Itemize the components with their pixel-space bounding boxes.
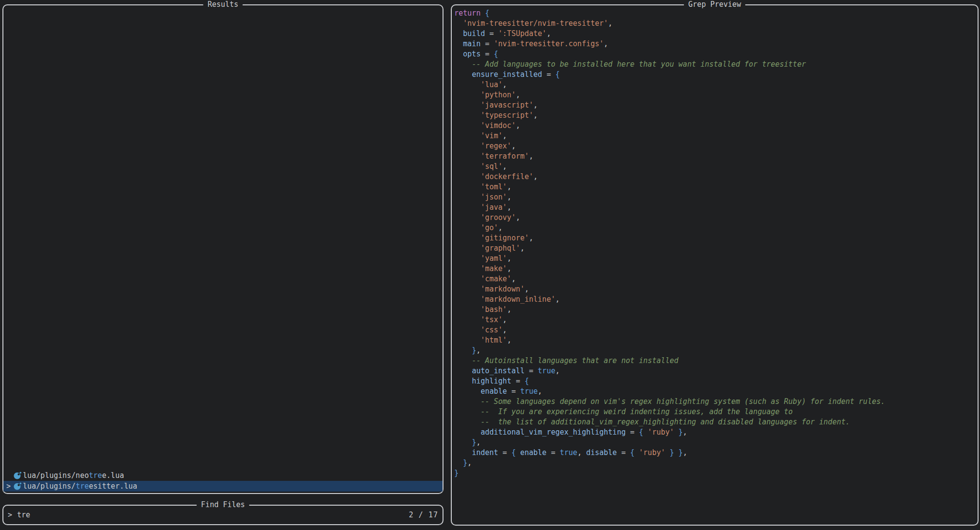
file-path: lua/plugins/neotree.lua bbox=[23, 471, 124, 480]
code-line: 'bash', bbox=[454, 305, 978, 315]
code-line: 'tsx', bbox=[454, 315, 978, 325]
result-row[interactable]: lua/plugins/neotree.lua bbox=[3, 470, 443, 481]
code-line: 'lua', bbox=[454, 80, 978, 90]
code-line: 'dockerfile', bbox=[454, 172, 978, 182]
results-list: lua/plugins/neotree.lua> lua/plugins/tre… bbox=[3, 470, 443, 492]
results-panel-title: Results bbox=[203, 0, 242, 9]
code-line: 'regex', bbox=[454, 141, 978, 151]
code-line: -- Add languages to be installed here th… bbox=[454, 59, 978, 70]
code-line: 'markdown_inline', bbox=[454, 294, 978, 305]
results-panel: Results lua/plugins/neotree.lua> lua/plu… bbox=[2, 4, 444, 494]
code-line: 'markdown', bbox=[454, 284, 978, 294]
prompt-panel: Find Files > tre 2 / 17 bbox=[2, 505, 444, 525]
code-line: 'cmake', bbox=[454, 274, 978, 284]
lua-icon bbox=[14, 482, 21, 490]
code-line: -- Some languages depend on vim's regex … bbox=[454, 397, 978, 407]
code-line: } bbox=[454, 468, 978, 478]
lua-icon bbox=[14, 472, 21, 479]
code-line: 'go', bbox=[454, 223, 978, 233]
prompt-prefix-icon: > bbox=[8, 511, 12, 519]
result-row[interactable]: > lua/plugins/treesitter.lua bbox=[3, 481, 443, 492]
code-line: 'terraform', bbox=[454, 151, 978, 162]
code-line: -- Autoinstall languages that are not in… bbox=[454, 356, 978, 366]
code-line: 'javascript', bbox=[454, 100, 978, 110]
preview-panel: Grep Preview return { 'nvim-treesitter/n… bbox=[451, 4, 979, 526]
code-line: -- the list of additional_vim_regex_high… bbox=[454, 417, 978, 427]
code-line: 'sql', bbox=[454, 162, 978, 172]
code-line: highlight = { bbox=[454, 376, 978, 386]
match-counter: 2 / 17 bbox=[409, 511, 438, 519]
code-line: 'python', bbox=[454, 90, 978, 100]
search-input[interactable]: tre bbox=[17, 511, 30, 519]
code-line: enable = true, bbox=[454, 386, 978, 397]
code-line: }, bbox=[454, 458, 978, 468]
telescope-window: Results lua/plugins/neotree.lua> lua/plu… bbox=[0, 0, 980, 530]
code-line: -- If you are experiencing weird indenti… bbox=[454, 407, 978, 417]
code-line: 'vimdoc', bbox=[454, 121, 978, 131]
code-line: additional_vim_regex_highlighting = { 'r… bbox=[454, 427, 978, 438]
code-line: 'vim', bbox=[454, 131, 978, 141]
code-line: 'groovy', bbox=[454, 213, 978, 223]
code-line: 'nvim-treesitter/nvim-treesitter', bbox=[454, 18, 978, 29]
code-line: 'json', bbox=[454, 192, 978, 202]
code-line: return { bbox=[454, 8, 978, 18]
code-line: 'html', bbox=[454, 335, 978, 346]
code-line: auto_install = true, bbox=[454, 366, 978, 376]
preview-panel-title: Grep Preview bbox=[684, 0, 745, 9]
code-line: 'css', bbox=[454, 325, 978, 335]
code-line: main = 'nvim-treesitter.configs', bbox=[454, 39, 978, 49]
code-line: ensure_installed = { bbox=[454, 70, 978, 80]
code-line: }, bbox=[454, 346, 978, 356]
code-line: 'typescript', bbox=[454, 110, 978, 121]
code-line: 'gitignore', bbox=[454, 233, 978, 243]
code-line: 'toml', bbox=[454, 182, 978, 192]
preview-code: return { 'nvim-treesitter/nvim-treesitte… bbox=[452, 5, 978, 478]
code-line: 'make', bbox=[454, 264, 978, 274]
code-line: 'java', bbox=[454, 202, 978, 213]
code-line: indent = { enable = true, disable = { 'r… bbox=[454, 448, 978, 458]
code-line: }, bbox=[454, 438, 978, 448]
code-line: 'yaml', bbox=[454, 254, 978, 264]
code-line: build = ':TSUpdate', bbox=[454, 29, 978, 39]
prompt-panel-title: Find Files bbox=[197, 500, 249, 510]
code-line: opts = { bbox=[454, 49, 978, 59]
file-path: lua/plugins/treesitter.lua bbox=[23, 482, 137, 491]
selection-caret: > bbox=[3, 482, 14, 491]
code-line: 'graphql', bbox=[454, 243, 978, 254]
